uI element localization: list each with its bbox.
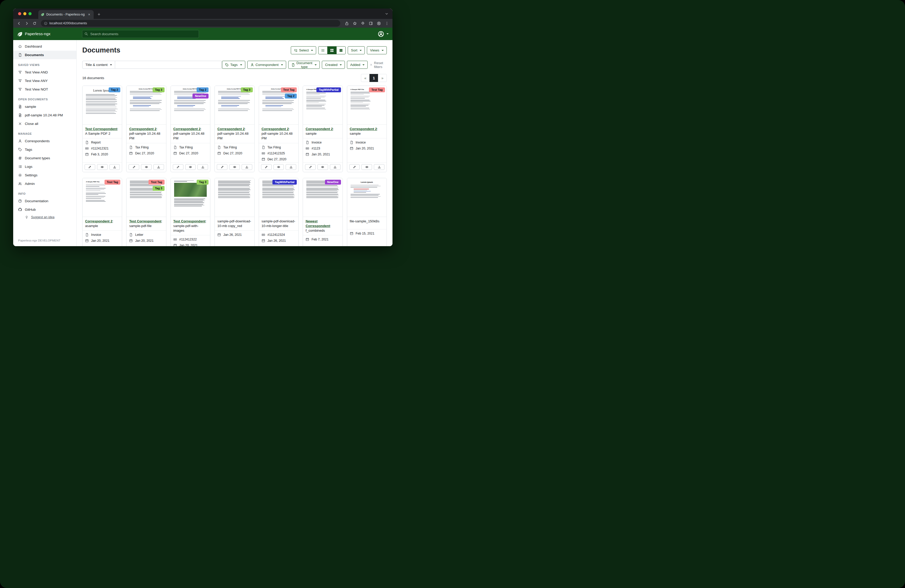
sidebar-item-document-types[interactable]: Document types bbox=[13, 154, 76, 162]
correspondent-link[interactable]: Newest Correspondent bbox=[306, 219, 330, 228]
view-button[interactable] bbox=[318, 164, 328, 170]
minimize-window-button[interactable] bbox=[23, 12, 26, 15]
download-button[interactable] bbox=[153, 164, 164, 170]
sidebar-item-github[interactable]: GitHub bbox=[13, 205, 76, 214]
edit-button[interactable] bbox=[84, 164, 95, 170]
correspondent-link[interactable]: Correspondent 2 bbox=[306, 127, 333, 131]
profile-button[interactable] bbox=[375, 20, 383, 27]
app-brand[interactable]: Paperless-ngx bbox=[17, 31, 82, 37]
filter-text-input[interactable] bbox=[115, 61, 222, 69]
document-type-filter-button[interactable]: Document type bbox=[288, 61, 320, 69]
view-button[interactable] bbox=[229, 164, 240, 170]
view-button[interactable] bbox=[185, 164, 196, 170]
edit-button[interactable] bbox=[305, 164, 316, 170]
share-button[interactable] bbox=[343, 20, 350, 27]
tag-badge[interactable]: Tag 2 bbox=[197, 87, 208, 92]
sidebar-item-test-view-not[interactable]: Test View NOT bbox=[13, 85, 76, 94]
document-thumbnail[interactable]: Lorem ipsum bbox=[347, 178, 387, 217]
browser-tab[interactable]: Documents - Paperless-ngx × bbox=[38, 10, 94, 19]
document-title[interactable]: file-sample_150kBs bbox=[350, 219, 379, 223]
select-button[interactable]: Select bbox=[291, 46, 316, 54]
document-thumbnail[interactable]: A Simple PDF FileTest Tag bbox=[83, 178, 122, 217]
view-button[interactable] bbox=[273, 164, 284, 170]
view-button[interactable] bbox=[362, 164, 372, 170]
download-button[interactable] bbox=[241, 164, 252, 170]
address-bar[interactable]: localhost:4200/documents bbox=[41, 20, 340, 27]
download-button[interactable] bbox=[374, 164, 384, 170]
sidebar-item-sample[interactable]: sample bbox=[13, 102, 76, 111]
tag-badge[interactable]: Tag 3 bbox=[152, 186, 165, 191]
correspondent-link[interactable]: Correspondent 2 bbox=[85, 219, 113, 223]
tab-close-icon[interactable]: × bbox=[87, 13, 91, 17]
sidebar-item-pdf-sample-10-24-48-pm[interactable]: pdf-sample 10.24.48 PM bbox=[13, 111, 76, 119]
tag-badge[interactable]: Tag 2 bbox=[285, 94, 297, 98]
document-thumbnail[interactable]: A Simple PDF FileTest Tag bbox=[347, 86, 387, 125]
document-thumbnail[interactable]: Test TagTag 3 bbox=[127, 178, 166, 217]
sidebar-item-documentation[interactable]: Documentation bbox=[13, 197, 76, 205]
sidebar-item-close-all[interactable]: Close all bbox=[13, 119, 76, 128]
search-input[interactable] bbox=[82, 30, 199, 38]
document-thumbnail[interactable]: NewOne bbox=[303, 178, 342, 217]
sidebar-item-test-view-any[interactable]: Test View ANY bbox=[13, 76, 76, 85]
reset-filters-button[interactable]: Reset filters bbox=[370, 61, 387, 69]
side-panel-button[interactable] bbox=[367, 20, 375, 27]
correspondent-link[interactable]: Correspondent 2 bbox=[129, 127, 157, 131]
correspondent-link[interactable]: Test Correspondent bbox=[173, 219, 205, 223]
correspondent-filter-button[interactable]: Correspondent bbox=[247, 61, 286, 69]
document-thumbnail[interactable]: TagWithPartial bbox=[259, 178, 298, 217]
document-thumbnail[interactable]: Lorem IpsumTag 2 bbox=[83, 86, 122, 125]
document-title[interactable]: sample-pdf-download-10-mb copy_red bbox=[218, 219, 251, 228]
tag-badge[interactable]: Test Tag bbox=[369, 87, 385, 92]
list-view-button[interactable] bbox=[318, 46, 327, 54]
correspondent-link[interactable]: Correspondent 2 bbox=[262, 127, 289, 131]
sidebar-item-admin[interactable]: Admin bbox=[13, 179, 76, 188]
user-menu[interactable] bbox=[378, 31, 389, 37]
sidebar-item-dashboard[interactable]: Dashboard bbox=[13, 42, 76, 51]
correspondent-link[interactable]: Test Correspondent bbox=[85, 127, 117, 131]
edit-button[interactable] bbox=[261, 164, 272, 170]
download-button[interactable] bbox=[330, 164, 340, 170]
correspondent-link[interactable]: Correspondent 2 bbox=[218, 127, 245, 131]
tag-badge[interactable]: Tag 3 bbox=[197, 180, 208, 185]
view-button[interactable] bbox=[141, 164, 152, 170]
edit-button[interactable] bbox=[217, 164, 227, 170]
page-1-button[interactable]: 1 bbox=[370, 74, 378, 82]
zoom-window-button[interactable] bbox=[29, 12, 32, 15]
sidebar-item-correspondents[interactable]: Correspondents bbox=[13, 137, 76, 145]
reload-button[interactable] bbox=[31, 20, 38, 27]
added-filter-button[interactable]: Added bbox=[347, 61, 368, 69]
edit-button[interactable] bbox=[173, 164, 183, 170]
document-thumbnail[interactable]: A Simple PDF FileTagWithPartial bbox=[303, 86, 342, 125]
grid-view-button[interactable] bbox=[327, 46, 337, 54]
tags-filter-button[interactable]: Tags bbox=[222, 61, 245, 69]
correspondent-link[interactable]: Test Correspondent bbox=[129, 219, 161, 223]
correspondent-link[interactable]: Correspondent 2 bbox=[350, 127, 377, 131]
document-thumbnail[interactable] bbox=[215, 178, 254, 217]
edit-button[interactable] bbox=[129, 164, 139, 170]
tag-badge[interactable]: Test Tag bbox=[149, 180, 165, 185]
document-thumbnail[interactable]: Adobe Acrobat PDF FilesTag 2NewOne bbox=[171, 86, 210, 125]
edit-button[interactable] bbox=[349, 164, 360, 170]
document-thumbnail[interactable]: Adobe Acrobat PDF FilesTag 3 bbox=[127, 86, 166, 125]
document-thumbnail[interactable]: Tag 3 bbox=[171, 178, 210, 217]
tag-badge[interactable]: NewOne bbox=[192, 94, 208, 98]
tag-badge[interactable]: TagWithPartial bbox=[316, 87, 341, 92]
sidebar-item-documents[interactable]: Documents bbox=[13, 51, 76, 59]
sidebar-item-tags[interactable]: Tags bbox=[13, 145, 76, 154]
sort-button[interactable]: Sort bbox=[348, 46, 365, 54]
tag-badge[interactable]: Tag 2 bbox=[109, 87, 121, 92]
download-button[interactable] bbox=[286, 164, 296, 170]
extensions-button[interactable] bbox=[359, 20, 366, 27]
forward-button[interactable] bbox=[23, 20, 30, 27]
sidebar-item-suggest-an-idea[interactable]: Suggest an idea bbox=[13, 214, 76, 220]
close-window-button[interactable] bbox=[18, 12, 21, 15]
sidebar-item-logs[interactable]: Logs bbox=[13, 162, 76, 171]
created-filter-button[interactable]: Created bbox=[322, 61, 345, 69]
site-info-icon[interactable] bbox=[44, 22, 48, 25]
bookmark-button[interactable] bbox=[351, 20, 358, 27]
back-button[interactable] bbox=[15, 20, 22, 27]
browser-menu-button[interactable] bbox=[383, 20, 391, 27]
correspondent-link[interactable]: Correspondent 2 bbox=[173, 127, 201, 131]
view-button[interactable] bbox=[97, 164, 108, 170]
detail-view-button[interactable] bbox=[337, 46, 346, 54]
